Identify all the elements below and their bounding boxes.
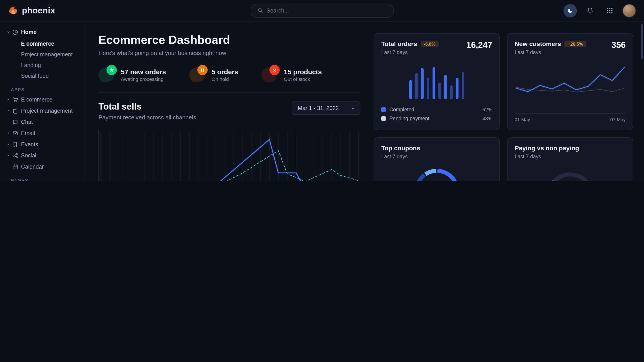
sidebar-item-chat[interactable]: Chat (0, 116, 84, 127)
trend-badge: -6.8% (421, 40, 438, 47)
chat-icon (12, 119, 21, 125)
page-title: Ecommerce Dashboard (98, 33, 360, 47)
total-orders-value: 16,247 (466, 40, 492, 50)
customers-line-chart (515, 59, 626, 111)
sidebar: Home E commerceProject managementLanding… (0, 21, 85, 181)
share-icon (12, 152, 21, 159)
new-customers-value: 356 (612, 40, 626, 50)
divider (98, 92, 360, 93)
trend-badge: +26.5% (564, 40, 586, 47)
donut-center-value: 72% (410, 165, 464, 181)
stat-awating-processing: ★57 new ordersAwating processing (98, 67, 166, 82)
chevron-down-icon (6, 30, 12, 34)
legend-item: Completed52% (381, 105, 492, 114)
legend-swatch (381, 107, 386, 112)
sidebar-item-project-management[interactable]: Project management (0, 49, 84, 60)
page-subtitle: Here's what's going on at your business … (98, 50, 360, 56)
kpi-cards: Total orders -6.8% Last 7 days 16,247 Co… (374, 33, 633, 181)
stats-row: ★57 new ordersAwating processing5 orders… (98, 67, 360, 82)
caret-right-icon (6, 142, 12, 146)
orders-legend: Completed52%Pending payment48% (381, 105, 492, 123)
sidebar-item-calendar[interactable]: Calendar (0, 161, 84, 172)
legend-label: Completed (389, 107, 414, 112)
chevron-down-icon (350, 106, 355, 111)
top-coupons-card: Top coupons Last 7 days 72% Percentage d… (374, 137, 500, 181)
legend-value: 48% (482, 116, 492, 121)
nav-section-title: APPS (0, 87, 84, 92)
sidebar-item-social[interactable]: Social (0, 150, 84, 161)
search-icon (257, 7, 263, 13)
paying-gauge-chart (536, 163, 604, 181)
caret-right-icon (6, 97, 12, 101)
total-sells-subtitle: Payment received across all channels (98, 114, 196, 121)
orders-bar-chart (406, 61, 468, 101)
legend-value: 52% (482, 107, 492, 112)
total-sells-line-chart (98, 130, 360, 181)
caret-right-icon (6, 109, 12, 113)
sidebar-item-email[interactable]: Email (0, 127, 84, 139)
caret-right-icon (6, 153, 12, 157)
user-avatar[interactable] (622, 4, 636, 17)
bookmark-icon (12, 141, 21, 147)
brand-name: phoenix (22, 5, 55, 15)
global-search-input[interactable] (266, 7, 387, 14)
stat-value: 5 orders (212, 68, 238, 75)
main-content: Ecommerce Dashboard Here's what's going … (85, 21, 644, 181)
sidebar-sections: APPSE commerceProject managementChatEmai… (0, 87, 84, 181)
new-customers-card: New customers +26.5% Last 7 days 356 01 … (507, 33, 633, 130)
cart-icon (12, 96, 21, 103)
sidebar-item-events[interactable]: Events (0, 139, 84, 150)
total-orders-card: Total orders -6.8% Last 7 days 16,247 Co… (374, 33, 500, 130)
nav-section-title: PAGES (0, 178, 84, 181)
clipboard-icon (12, 107, 21, 114)
sidebar-item-social-feed[interactable]: Social feed (0, 71, 84, 81)
stat-on-hold: 5 ordersOn hold (189, 67, 238, 82)
mail-icon (12, 130, 21, 136)
dark-mode-toggle[interactable] (564, 4, 577, 17)
sidebar-item-project-management[interactable]: Project management (0, 105, 84, 116)
global-search[interactable] (250, 3, 394, 18)
total-sells-title: Total sells (98, 101, 196, 112)
stat-value: 57 new orders (121, 68, 166, 75)
legend-swatch (381, 116, 386, 121)
pause-icon (189, 67, 204, 82)
sidebar-item-e-commerce[interactable]: E commerce (0, 38, 84, 49)
star-icon: ★ (98, 67, 114, 82)
stat-caption: Awating processing (121, 76, 166, 82)
apps-grid-icon[interactable] (603, 4, 616, 17)
stat-value: 15 products (284, 68, 322, 75)
legend-item: Pending payment48% (381, 114, 492, 123)
home-submenu: E commerceProject managementLandingSocia… (0, 38, 84, 81)
stat-caption: On hold (212, 76, 238, 82)
scrollbar-thumb[interactable] (641, 24, 643, 59)
calendar-icon (12, 163, 21, 170)
notifications-icon[interactable] (583, 4, 596, 17)
paying-card: Paying vs non paying Last 7 days Paying … (507, 137, 633, 181)
sidebar-item-home[interactable]: Home (0, 26, 84, 38)
legend-label: Pending payment (389, 116, 430, 121)
sidebar-nav: Home E commerceProject managementLanding… (0, 21, 84, 181)
topbar: phoenix (0, 0, 644, 21)
phoenix-logo-icon (8, 5, 18, 16)
x-icon: × (261, 67, 276, 82)
pie-chart-icon (12, 29, 21, 35)
brand[interactable]: phoenix (8, 5, 55, 16)
date-range-select[interactable]: Mar 1 - 31, 2022 (292, 101, 360, 115)
sidebar-item-e-commerce[interactable]: E commerce (0, 94, 84, 105)
caret-right-icon (6, 131, 12, 135)
topbar-actions (564, 4, 636, 17)
stat-out-of-stock: ×15 productsOut of stock (261, 67, 322, 82)
stat-caption: Out of stock (284, 76, 322, 82)
sidebar-item-landing[interactable]: Landing (0, 60, 84, 71)
app-root: phoenix Home E commerceProject managemen… (0, 0, 644, 181)
customers-x-labels: 01 May 07 May (515, 113, 626, 122)
